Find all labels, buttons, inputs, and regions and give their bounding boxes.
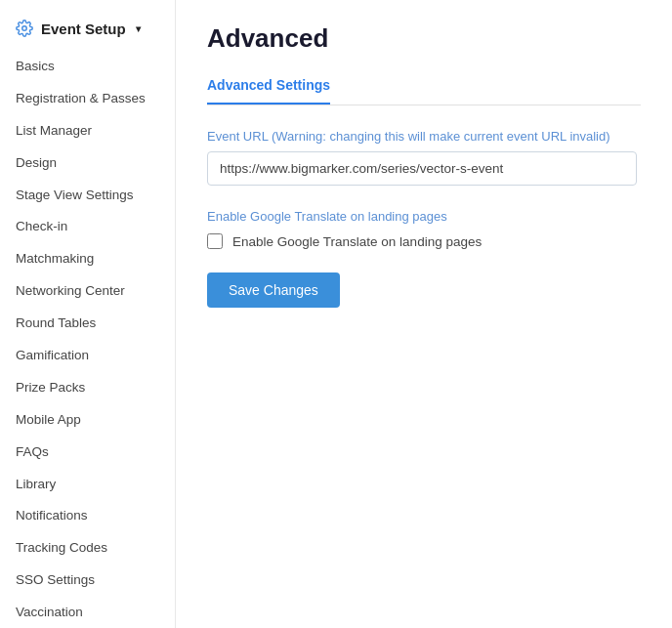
- sidebar: Event Setup ▾ Basics Registration & Pass…: [0, 0, 176, 628]
- sidebar-item-tracking-codes[interactable]: Tracking Codes: [0, 532, 175, 565]
- sidebar-item[interactable]: Library: [0, 469, 175, 501]
- sidebar-item[interactable]: Prize Packs: [0, 372, 175, 404]
- sidebar-header-label: Event Setup: [41, 21, 126, 37]
- sidebar-item[interactable]: Stage View Settings: [0, 180, 175, 212]
- event-url-label: Event URL (Warning: changing this will m…: [207, 129, 641, 144]
- google-translate-checkbox[interactable]: [207, 233, 223, 249]
- event-url-input[interactable]: [207, 151, 637, 186]
- sidebar-item[interactable]: FAQs: [0, 437, 175, 469]
- sidebar-item[interactable]: Vaccination: [0, 597, 175, 628]
- tab-advanced-settings[interactable]: Advanced Settings: [207, 69, 330, 105]
- main-content: Advanced Advanced Settings Event URL (Wa…: [176, 0, 672, 628]
- svg-point-0: [22, 26, 27, 31]
- tabs-bar: Advanced Settings: [207, 69, 641, 105]
- sidebar-item[interactable]: Gamification: [0, 340, 175, 372]
- sidebar-header[interactable]: Event Setup ▾: [0, 12, 175, 51]
- sidebar-item[interactable]: Registration & Passes: [0, 83, 175, 115]
- save-changes-button[interactable]: Save Changes: [207, 272, 340, 308]
- gear-icon: [16, 20, 33, 37]
- chevron-down-icon: ▾: [136, 23, 141, 34]
- sidebar-item[interactable]: Networking Center: [0, 275, 175, 308]
- google-translate-label: Enable Google Translate on landing pages: [207, 209, 641, 224]
- sidebar-item[interactable]: Design: [0, 147, 175, 180]
- sidebar-item-notifications[interactable]: Notifications: [0, 500, 175, 532]
- sidebar-item[interactable]: List Manager: [0, 115, 175, 147]
- sidebar-item[interactable]: Check-in: [0, 211, 175, 243]
- google-translate-checkbox-row: Enable Google Translate on landing pages: [207, 233, 641, 249]
- sidebar-item[interactable]: Mobile App: [0, 404, 175, 437]
- google-translate-section: Enable Google Translate on landing pages…: [207, 209, 641, 249]
- sidebar-item[interactable]: Matchmaking: [0, 243, 175, 275]
- sidebar-item-round-tables[interactable]: Round Tables: [0, 308, 175, 340]
- page-title: Advanced: [207, 23, 641, 54]
- sidebar-item[interactable]: Basics: [0, 51, 175, 83]
- event-url-section: Event URL (Warning: changing this will m…: [207, 129, 641, 186]
- google-translate-checkbox-label[interactable]: Enable Google Translate on landing pages: [232, 234, 482, 249]
- sidebar-item[interactable]: SSO Settings: [0, 565, 175, 597]
